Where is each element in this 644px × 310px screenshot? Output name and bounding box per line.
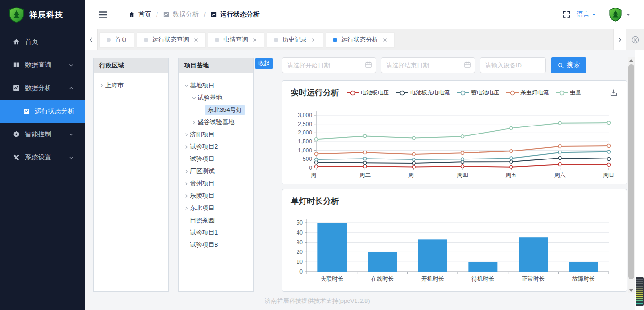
fullscreen-icon[interactable] bbox=[562, 10, 571, 19]
sidebar-item-数据查询[interactable]: 数据查询 bbox=[0, 53, 85, 76]
svg-text:待机时长: 待机时长 bbox=[471, 276, 494, 282]
chevron-right-icon[interactable] bbox=[182, 168, 190, 175]
breadcrumb-item-运行状态分析[interactable]: 运行状态分析 bbox=[210, 10, 260, 19]
sidebar-item-数据分析[interactable]: 数据分析 bbox=[0, 76, 85, 100]
tree-node-厂区测试[interactable]: 厂区测试 bbox=[179, 165, 253, 177]
tree-node-乐陵项目[interactable]: 乐陵项目 bbox=[179, 190, 253, 202]
tree-node-label: 试验项目 bbox=[190, 155, 215, 163]
breadcrumb-item-首页[interactable]: 首页 bbox=[128, 10, 151, 19]
region-panel-title: 行政区域 bbox=[94, 58, 168, 73]
chevron-right-icon[interactable] bbox=[182, 144, 190, 150]
svg-text:1,000: 1,000 bbox=[298, 147, 312, 154]
tab-历史记录[interactable]: 历史记录 bbox=[267, 32, 323, 48]
search-button[interactable]: 搜索 bbox=[551, 57, 586, 73]
language-label: 语言 bbox=[577, 10, 590, 19]
download-icon[interactable] bbox=[609, 88, 618, 97]
tabs-scroll-left-button[interactable] bbox=[85, 29, 98, 50]
brand[interactable]: 祥辰科技 bbox=[0, 0, 85, 29]
sidebar-item-首页[interactable]: 首页 bbox=[0, 30, 85, 53]
device-id-field bbox=[480, 57, 546, 73]
tree-node-贵州项目[interactable]: 贵州项目 bbox=[179, 177, 253, 190]
tree-node-试验基地[interactable]: 试验基地 bbox=[179, 92, 253, 104]
chart-icon bbox=[210, 11, 217, 18]
legend-item-杀虫灯电流[interactable]: 杀虫灯电流 bbox=[506, 89, 549, 97]
chevron-right-icon[interactable] bbox=[182, 205, 190, 211]
tabs-scroll-right-button[interactable] bbox=[613, 29, 626, 50]
tree-node-盛谷试验基地[interactable]: 盛谷试验基地 bbox=[179, 116, 253, 128]
tree-node-label: 试验项目8 bbox=[190, 241, 218, 249]
legend-item-蓄电池电压[interactable]: 蓄电池电压 bbox=[457, 89, 499, 97]
chevron-down-icon[interactable] bbox=[182, 83, 190, 89]
tree-node-label: 东北项目 bbox=[190, 204, 215, 212]
sidebar-menu: 首页数据查询数据分析运行状态分析智能控制系统设置 bbox=[0, 29, 85, 169]
breadcrumb-item-数据分析[interactable]: 数据分析 bbox=[163, 10, 199, 19]
tab-首页[interactable]: 首页 bbox=[99, 32, 134, 48]
legend-item-电池板电压[interactable]: 电池板电压 bbox=[347, 89, 389, 97]
tree-node-上海市[interactable]: 上海市 bbox=[94, 79, 168, 92]
realtime-chart-header: 实时运行分析 电池板电压电池板充电电流蓄电池电压杀虫灯电流虫量 bbox=[291, 87, 618, 98]
home-icon bbox=[128, 11, 135, 18]
calendar-icon bbox=[364, 61, 372, 69]
chevron-right-icon[interactable] bbox=[98, 83, 105, 89]
sidebar-subitem-运行状态分析[interactable]: 运行状态分析 bbox=[0, 100, 85, 123]
collapse-button[interactable]: 收起 bbox=[255, 58, 273, 69]
tree-node-试验项目1[interactable]: 试验项目1 bbox=[179, 226, 253, 239]
svg-text:开机时长: 开机时长 bbox=[421, 276, 444, 282]
chevron-right-icon[interactable] bbox=[182, 181, 190, 187]
menu-toggle-icon[interactable] bbox=[97, 9, 108, 20]
tree-node-试验项目[interactable]: 试验项目 bbox=[179, 153, 253, 165]
project-tree: 基地项目试验基地东北354号灯盛谷试验基地济阳项目试验项目2试验项目厂区测试贵州… bbox=[179, 73, 253, 251]
breadcrumb-label: 数据分析 bbox=[173, 10, 199, 19]
tab-label: 运行状态查询 bbox=[152, 35, 189, 44]
tree-node-基地项目[interactable]: 基地项目 bbox=[179, 79, 253, 92]
user-menu[interactable] bbox=[608, 7, 632, 22]
svg-text:2,500: 2,500 bbox=[298, 121, 312, 127]
tree-node-东北项目[interactable]: 东北项目 bbox=[179, 202, 253, 214]
side-widget[interactable] bbox=[636, 277, 644, 306]
legend-item-电池板充电电流[interactable]: 电池板充电电流 bbox=[396, 89, 450, 97]
chevron-right-icon[interactable] bbox=[190, 119, 198, 126]
tab-close-icon[interactable] bbox=[311, 37, 316, 42]
chart-icon bbox=[23, 108, 30, 115]
tab-label: 虫情查询 bbox=[223, 35, 248, 44]
chevron-down-icon[interactable] bbox=[190, 95, 198, 101]
tab-close-icon[interactable] bbox=[252, 37, 257, 42]
region-panel: 行政区域 上海市 bbox=[93, 58, 169, 292]
legend-marker bbox=[347, 90, 359, 96]
end-date-input[interactable] bbox=[381, 57, 475, 73]
tabs-close-all-icon[interactable] bbox=[626, 35, 644, 44]
tree-node-label: 东北354号灯 bbox=[205, 105, 245, 115]
svg-text:500: 500 bbox=[303, 156, 312, 162]
scrollbar-thumb[interactable] bbox=[628, 64, 634, 279]
tab-运行状态查询[interactable]: 运行状态查询 bbox=[137, 32, 206, 48]
legend-item-虫量[interactable]: 虫量 bbox=[556, 89, 581, 97]
start-date-input[interactable] bbox=[282, 57, 376, 73]
tab-运行状态分析[interactable]: 运行状态分析 bbox=[326, 32, 395, 48]
sidebar-item-系统设置[interactable]: 系统设置 bbox=[0, 146, 85, 169]
scroll-up-arrow[interactable] bbox=[628, 57, 635, 64]
tree-node-东北354号灯[interactable]: 东北354号灯 bbox=[179, 104, 253, 116]
svg-text:周四: 周四 bbox=[457, 172, 468, 178]
tree-node-label: 试验项目2 bbox=[190, 142, 218, 151]
search-icon bbox=[557, 62, 564, 69]
tabs: 首页运行状态查询虫情查询历史记录运行状态分析 bbox=[98, 32, 395, 48]
tree-node-日照茶园[interactable]: 日照茶园 bbox=[179, 214, 253, 226]
tab-label: 历史记录 bbox=[282, 35, 307, 44]
chevron-right-icon[interactable] bbox=[182, 132, 190, 138]
chevron-down-icon bbox=[68, 154, 74, 161]
tree-node-试验项目8[interactable]: 试验项目8 bbox=[179, 239, 253, 251]
language-dropdown[interactable]: 语言 bbox=[577, 10, 597, 19]
chevron-right-icon[interactable] bbox=[182, 193, 190, 199]
tab-close-icon[interactable] bbox=[193, 37, 198, 42]
footer-text: 济南祥辰科技提供技术支持(ppcV1.2.8) bbox=[85, 297, 550, 305]
sidebar-item-label: 智能控制 bbox=[25, 130, 51, 139]
tab-close-icon[interactable] bbox=[382, 37, 388, 42]
home-icon bbox=[12, 38, 20, 46]
sidebar-item-智能控制[interactable]: 智能控制 bbox=[0, 123, 85, 146]
scroll-down-arrow[interactable] bbox=[628, 287, 635, 293]
tab-虫情查询[interactable]: 虫情查询 bbox=[208, 32, 264, 48]
tree-node-试验项目2[interactable]: 试验项目2 bbox=[179, 141, 253, 153]
svg-text:10: 10 bbox=[297, 259, 303, 265]
tree-node-济阳项目[interactable]: 济阳项目 bbox=[179, 128, 253, 141]
device-id-input[interactable] bbox=[480, 57, 546, 73]
